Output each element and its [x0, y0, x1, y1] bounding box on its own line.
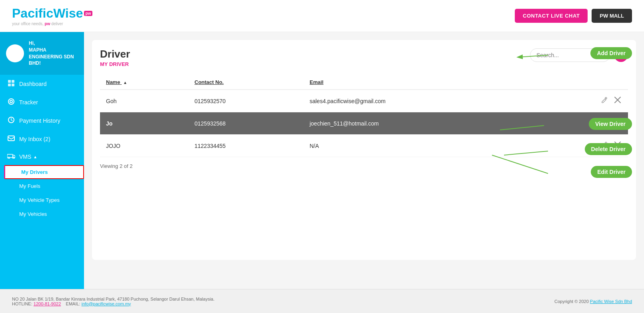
main-layout: Hi, MAPHA ENGINEERING SDN BHD! Dashboard…: [0, 32, 644, 289]
sidebar-item-my-fuels[interactable]: My Fuels: [0, 179, 84, 193]
sidebar-item-label: Tracker: [19, 99, 38, 106]
vms-icon: [7, 153, 15, 160]
table-row[interactable]: Jo 0125932568 joechien_511@hotmail.com: [100, 112, 628, 135]
driver-email: joechien_511@hotmail.com: [304, 112, 538, 135]
contact-live-chat-button[interactable]: CONTACT LIVE CHAT: [515, 9, 588, 23]
sort-arrow-up: ▲: [123, 80, 127, 85]
driver-email: sales4.pacificwise@gmail.com: [304, 90, 538, 112]
column-header-contact[interactable]: Contact No.: [188, 75, 304, 90]
column-header-email[interactable]: Email: [304, 75, 538, 90]
driver-contact: 0125932570: [188, 90, 304, 112]
footer-left: NO 20 Jalan BK 1/19, Bandar Kinrara Indu…: [12, 297, 214, 306]
content-card: Driver MY DRIVER +: [92, 40, 636, 260]
pw-mall-button[interactable]: PW MALL: [592, 9, 632, 23]
driver-actions: [538, 90, 628, 112]
table-row[interactable]: Goh 0125932570 sales4.pacificwise@gmail.…: [100, 90, 628, 112]
viewing-count: Viewing 2 of 2: [100, 163, 628, 169]
sidebar-item-label: Dashboard: [19, 81, 47, 87]
footer-hotline-link[interactable]: 1200-81-9022: [34, 301, 61, 306]
page-title: Driver: [100, 48, 130, 60]
sidebar-item-dashboard[interactable]: Dashboard: [0, 75, 84, 93]
chevron-up-icon: ▲: [33, 155, 37, 159]
delete-driver-button[interactable]: [613, 96, 622, 106]
avatar: [6, 44, 24, 62]
vms-submenu: My Drivers My Fuels My Vehicle Types My …: [0, 165, 84, 221]
svg-rect-8: [7, 154, 13, 157]
table-row[interactable]: JOJO 1122334455 N/A: [100, 135, 628, 157]
sidebar: Hi, MAPHA ENGINEERING SDN BHD! Dashboard…: [0, 32, 84, 289]
page-subtitle: MY DRIVER: [100, 61, 130, 67]
driver-contact: 1122334455: [188, 135, 304, 157]
footer-copyright-link[interactable]: Pacific Wise Sdn Bhd: [590, 299, 632, 304]
driver-email: N/A: [304, 135, 538, 157]
svg-point-9: [8, 157, 10, 159]
table-header-row: Name ▲ Contact No. Email: [100, 75, 628, 90]
page-title-area: Driver MY DRIVER: [100, 48, 130, 67]
svg-point-5: [10, 100, 12, 103]
inbox-icon: [7, 135, 15, 144]
content-header: Driver MY DRIVER +: [100, 48, 628, 67]
driver-name: Goh: [100, 90, 188, 112]
header: Pacific Wise pw your office needs, pw de…: [0, 0, 644, 32]
header-buttons: CONTACT LIVE CHAT PW MALL: [515, 9, 632, 23]
sidebar-item-tracker[interactable]: Tracker: [0, 93, 84, 112]
driver-name: JOJO: [100, 135, 188, 157]
callout-delete-driver: Delete Driver: [585, 143, 632, 155]
callout-add-driver: Add Driver: [590, 47, 632, 59]
logo-area: Pacific Wise pw your office needs, pw de…: [12, 6, 92, 26]
svg-rect-0: [8, 80, 11, 83]
column-header-actions: [538, 75, 628, 90]
content-area: Driver MY DRIVER +: [84, 32, 644, 289]
sidebar-item-label: Payment History: [19, 118, 60, 124]
footer: NO 20 Jalan BK 1/19, Bandar Kinrara Indu…: [0, 289, 644, 313]
my-drivers-label: My Drivers: [21, 169, 48, 175]
logo: Pacific Wise pw: [12, 6, 92, 21]
sidebar-item-vms[interactable]: VMS ▲: [0, 148, 84, 165]
driver-contact: 0125932568: [188, 112, 304, 135]
my-vehicles-label: My Vehicles: [19, 211, 47, 217]
my-vehicle-types-label: My Vehicle Types: [19, 197, 60, 203]
svg-point-10: [13, 157, 14, 159]
edit-driver-button[interactable]: [600, 96, 609, 106]
sidebar-user-info: Hi, MAPHA ENGINEERING SDN BHD!: [0, 32, 84, 75]
sidebar-item-my-drivers[interactable]: My Drivers: [4, 165, 84, 179]
sidebar-item-my-vehicle-types[interactable]: My Vehicle Types: [0, 193, 84, 207]
sidebar-username: Hi, MAPHA ENGINEERING SDN BHD!: [29, 40, 78, 67]
logo-wise-text: Wise: [53, 6, 83, 21]
svg-rect-1: [12, 80, 14, 83]
vms-label-text: VMS: [19, 154, 31, 160]
sidebar-item-label: My Inbox (2): [19, 136, 50, 142]
svg-point-4: [8, 99, 14, 104]
driver-table: Name ▲ Contact No. Email Goh 01259: [100, 75, 628, 157]
logo-tagline: your office needs, pw deliver: [12, 22, 63, 26]
footer-right: Copyright © 2020 Pacific Wise Sdn Bhd: [554, 299, 632, 304]
sidebar-item-my-inbox[interactable]: My Inbox (2): [0, 130, 84, 148]
callout-edit-driver: Edit Driver: [591, 166, 632, 178]
svg-rect-2: [8, 84, 11, 86]
tracker-icon: [7, 98, 15, 107]
svg-rect-3: [12, 84, 14, 86]
callout-view-driver: View Driver: [589, 118, 632, 130]
sidebar-item-my-vehicles[interactable]: My Vehicles: [0, 207, 84, 221]
footer-email-link[interactable]: info@pacificwise.com.my: [82, 301, 131, 306]
dashboard-icon: [7, 80, 15, 88]
logo-pacific-text: Pacific: [12, 6, 53, 21]
driver-name: Jo: [100, 112, 188, 135]
my-fuels-label: My Fuels: [19, 183, 40, 189]
logo-pw-badge: pw: [84, 11, 93, 16]
payment-history-icon: [7, 116, 15, 125]
sidebar-item-payment-history[interactable]: Payment History: [0, 112, 84, 130]
svg-rect-7: [8, 136, 14, 141]
column-header-name[interactable]: Name ▲: [100, 75, 188, 90]
